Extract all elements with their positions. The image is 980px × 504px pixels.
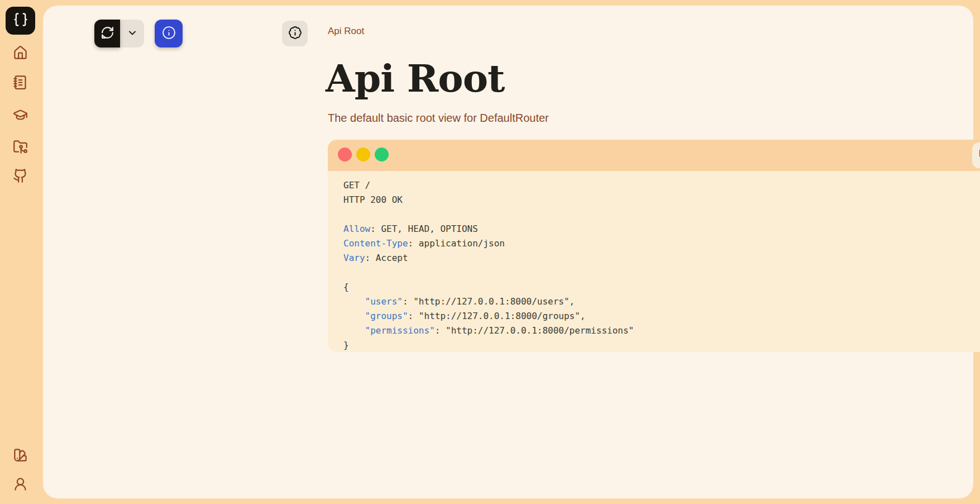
code-line	[343, 265, 980, 280]
info-button[interactable]	[155, 20, 183, 47]
badge-info-icon	[288, 26, 302, 41]
sidebar-item-theme[interactable]	[12, 448, 28, 464]
braces-icon	[13, 12, 28, 30]
terminal-header	[328, 140, 980, 171]
code-line: {	[343, 280, 980, 294]
terminal-code: GET /HTTP 200 OKAllow: GET, HEAD, OPTION…	[343, 178, 980, 352]
sidebar-item-account[interactable]	[12, 477, 28, 493]
code-line: }	[343, 338, 980, 352]
refresh-split-button	[94, 20, 144, 47]
sidebar-item-home[interactable]	[12, 45, 28, 62]
badge-info-button[interactable]	[282, 21, 308, 46]
chevron-down-icon	[127, 27, 138, 40]
code-line: GET /	[343, 178, 980, 193]
code-line: "groups": "http://127.0.0.1:8000/groups"…	[343, 309, 980, 324]
refresh-button[interactable]	[94, 20, 120, 47]
response-terminal-card: GET /HTTP 200 OKAllow: GET, HEAD, OPTION…	[328, 140, 980, 352]
copy-button[interactable]	[972, 142, 980, 168]
sidebar-item-docs[interactable]	[12, 75, 28, 92]
folder-git-icon	[13, 139, 28, 156]
breadcrumb[interactable]: Api Root	[328, 26, 364, 37]
refresh-menu-button[interactable]	[120, 20, 144, 47]
home-icon	[13, 45, 28, 63]
page-title: Api Root	[326, 54, 504, 103]
app-logo[interactable]	[6, 7, 35, 35]
code-line: Vary: Accept	[343, 251, 980, 265]
refresh-icon	[101, 26, 114, 41]
sidebar-item-repository[interactable]	[12, 139, 28, 156]
yellow-dot	[356, 148, 370, 161]
terminal-body: GET /HTTP 200 OKAllow: GET, HEAD, OPTION…	[328, 171, 980, 352]
page-subtitle: The default basic root view for DefaultR…	[328, 112, 549, 125]
graduation-cap-icon	[13, 107, 28, 125]
sidebar-item-github[interactable]	[12, 168, 28, 185]
code-line: "users": "http://127.0.0.1:8000/users",	[343, 294, 980, 309]
sidebar-item-tutorials[interactable]	[12, 107, 28, 124]
swatch-book-icon	[13, 448, 28, 465]
red-dot	[338, 148, 352, 161]
main-panel: Api Root Api Root The default basic root…	[43, 6, 973, 498]
code-line: Content-Type: application/json	[343, 236, 980, 251]
circle-info-icon	[162, 26, 176, 41]
green-dot	[375, 148, 389, 161]
code-line: "permissions": "http://127.0.0.1:8000/pe…	[343, 324, 980, 338]
window-dots	[338, 148, 393, 164]
code-line	[343, 207, 980, 222]
github-icon	[13, 168, 28, 186]
notebook-icon	[13, 75, 28, 92]
code-line: Allow: GET, HEAD, OPTIONS	[343, 222, 980, 236]
user-icon	[13, 477, 28, 494]
code-line: HTTP 200 OK	[343, 193, 980, 207]
sidebar	[0, 0, 43, 504]
